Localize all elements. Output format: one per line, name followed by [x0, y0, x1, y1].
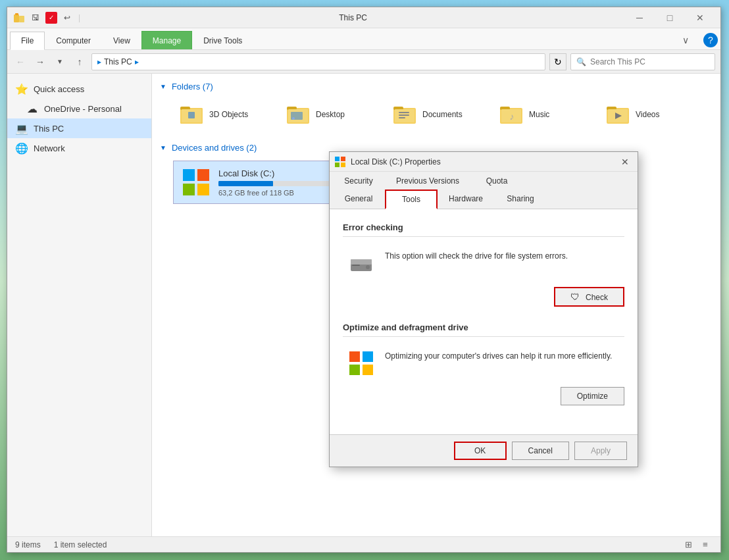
tab-hardware[interactable]: Hardware — [438, 190, 494, 209]
dialog-tabs: Security Previous Versions Quota General… — [330, 172, 638, 209]
svg-point-37 — [366, 265, 370, 269]
optimize-description: Optimizing your computer's drives can he… — [385, 350, 619, 362]
dialog-content: Error checking This option will check th… — [330, 209, 638, 434]
tab-quota[interactable]: Quota — [470, 172, 523, 190]
error-checking-title: Error checking — [343, 222, 624, 237]
svg-rect-39 — [349, 351, 360, 362]
dialog-title: Local Disk (C:) Properties — [351, 157, 613, 166]
svg-rect-31 — [335, 157, 339, 161]
disk-drive-icon — [348, 250, 374, 276]
tab-sharing[interactable]: Sharing — [494, 190, 547, 209]
tab-security[interactable]: Security — [332, 172, 385, 190]
dialog-tab-row-1: Security Previous Versions Quota — [332, 172, 635, 190]
properties-dialog: Local Disk (C:) Properties ✕ Security Pr… — [329, 151, 638, 467]
optimize-btn-row: Optimize — [343, 387, 624, 405]
dialog-close-button[interactable]: ✕ — [618, 155, 632, 169]
tab-general[interactable]: General — [332, 190, 385, 209]
tab-tools[interactable]: Tools — [385, 190, 438, 209]
svg-rect-34 — [341, 163, 345, 167]
dialog-overlay: Local Disk (C:) Properties ✕ Security Pr… — [0, 0, 729, 560]
optimize-title: Optimize and defragment drive — [343, 322, 624, 337]
svg-rect-41 — [349, 365, 360, 375]
shield-check-icon: 🛡 — [570, 292, 580, 302]
optimize-icon — [348, 350, 374, 376]
error-checking-description: This option will check the drive for fil… — [385, 250, 619, 262]
dialog-tab-row-2: General Tools Hardware Sharing — [332, 190, 635, 209]
dialog-drive-icon — [335, 157, 345, 167]
tab-previous-versions[interactable]: Previous Versions — [385, 172, 470, 190]
svg-rect-32 — [341, 157, 345, 161]
optimize-button[interactable]: Optimize — [561, 387, 624, 405]
error-checking-section: Error checking This option will check th… — [343, 222, 624, 307]
optimize-body: Optimizing your computer's drives can he… — [343, 345, 624, 382]
svg-rect-36 — [351, 259, 372, 265]
svg-rect-33 — [335, 163, 339, 167]
cancel-button[interactable]: Cancel — [512, 442, 569, 460]
optimize-section: Optimize and defragment drive Optimizing… — [343, 322, 624, 405]
apply-button[interactable]: Apply — [574, 442, 627, 460]
check-button[interactable]: 🛡 Check — [554, 287, 624, 307]
error-checking-body: This option will check the drive for fil… — [343, 245, 624, 282]
svg-rect-42 — [363, 365, 373, 375]
ok-button[interactable]: OK — [454, 442, 507, 460]
dialog-footer: OK Cancel Apply — [330, 434, 638, 467]
svg-rect-38 — [352, 265, 360, 266]
svg-rect-40 — [363, 351, 373, 362]
error-checking-btn-row: 🛡 Check — [343, 287, 624, 307]
dialog-title-bar: Local Disk (C:) Properties ✕ — [330, 152, 638, 172]
